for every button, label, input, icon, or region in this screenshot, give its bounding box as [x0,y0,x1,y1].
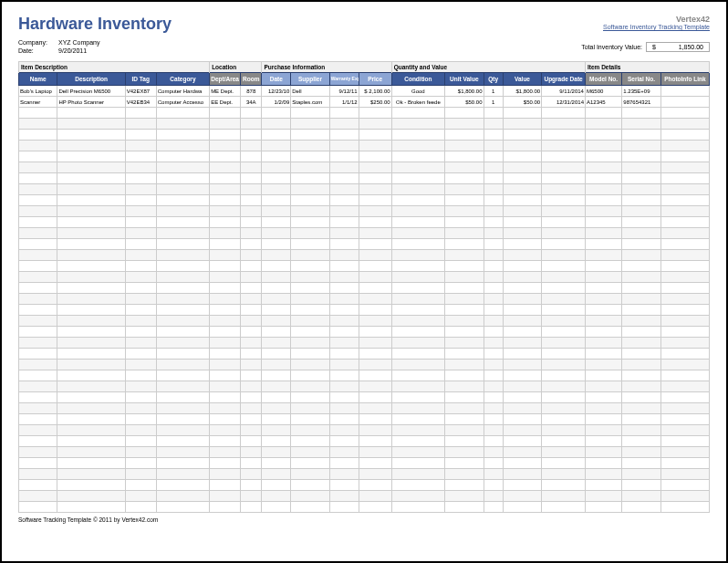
empty-cell[interactable] [241,392,262,403]
empty-cell[interactable] [57,338,125,349]
empty-cell[interactable] [391,130,444,141]
empty-cell[interactable] [156,294,209,305]
empty-cell[interactable] [585,239,621,250]
empty-cell[interactable] [503,502,541,513]
empty-cell[interactable] [391,370,444,381]
empty-cell[interactable] [210,130,241,141]
empty-cell[interactable] [329,108,359,119]
table-row[interactable] [19,447,710,458]
table-row[interactable] [19,217,710,228]
empty-cell[interactable] [262,491,291,502]
empty-cell[interactable] [542,491,586,502]
empty-cell[interactable] [210,458,241,469]
empty-cell[interactable] [291,403,329,414]
empty-cell[interactable] [19,436,57,447]
empty-cell[interactable] [484,447,503,458]
empty-cell[interactable] [241,250,262,261]
empty-cell[interactable] [262,316,291,327]
empty-cell[interactable] [359,130,391,141]
table-row[interactable] [19,250,710,261]
empty-cell[interactable] [262,469,291,480]
empty-cell[interactable] [125,206,156,217]
empty-cell[interactable] [660,425,709,436]
empty-cell[interactable] [57,403,125,414]
empty-cell[interactable] [503,360,541,370]
empty-cell[interactable] [542,195,586,206]
cell-warranty[interactable]: 9/12/11 [329,86,359,97]
empty-cell[interactable] [262,206,291,217]
empty-cell[interactable] [156,381,209,392]
empty-cell[interactable] [241,283,262,294]
empty-cell[interactable] [262,173,291,184]
empty-cell[interactable] [19,151,57,162]
empty-cell[interactable] [622,119,660,130]
empty-cell[interactable] [622,447,660,458]
empty-cell[interactable] [262,403,291,414]
empty-cell[interactable] [19,173,57,184]
empty-cell[interactable] [484,425,503,436]
empty-cell[interactable] [19,195,57,206]
empty-cell[interactable] [445,480,484,491]
empty-cell[interactable] [391,316,444,327]
empty-cell[interactable] [484,436,503,447]
empty-cell[interactable] [329,239,359,250]
empty-cell[interactable] [156,349,209,360]
empty-cell[interactable] [57,349,125,360]
empty-cell[interactable] [329,316,359,327]
empty-cell[interactable] [291,151,329,162]
empty-cell[interactable] [125,436,156,447]
empty-cell[interactable] [291,130,329,141]
empty-cell[interactable] [622,360,660,370]
empty-cell[interactable] [359,360,391,370]
empty-cell[interactable] [210,414,241,425]
empty-cell[interactable] [503,141,541,151]
col-id-tag[interactable]: ID Tag [125,73,156,86]
col-supplier[interactable]: Supplier [291,73,329,86]
empty-cell[interactable] [484,338,503,349]
empty-cell[interactable] [291,338,329,349]
empty-cell[interactable] [19,272,57,283]
empty-cell[interactable] [125,195,156,206]
table-row[interactable] [19,403,710,414]
empty-cell[interactable] [262,283,291,294]
empty-cell[interactable] [445,349,484,360]
empty-cell[interactable] [660,162,709,173]
empty-cell[interactable] [125,370,156,381]
empty-cell[interactable] [329,162,359,173]
empty-cell[interactable] [660,250,709,261]
empty-cell[interactable] [445,327,484,338]
empty-cell[interactable] [329,370,359,381]
empty-cell[interactable] [156,469,209,480]
table-row[interactable] [19,491,710,502]
empty-cell[interactable] [660,228,709,239]
empty-cell[interactable] [156,283,209,294]
empty-cell[interactable] [445,228,484,239]
empty-cell[interactable] [660,392,709,403]
empty-cell[interactable] [660,403,709,414]
empty-cell[interactable] [391,349,444,360]
empty-cell[interactable] [622,294,660,305]
empty-cell[interactable] [125,130,156,141]
empty-cell[interactable] [329,151,359,162]
empty-cell[interactable] [291,108,329,119]
empty-cell[interactable] [156,119,209,130]
empty-cell[interactable] [359,305,391,316]
empty-cell[interactable] [57,381,125,392]
empty-cell[interactable] [329,184,359,195]
empty-cell[interactable] [542,327,586,338]
empty-cell[interactable] [210,403,241,414]
empty-cell[interactable] [445,195,484,206]
empty-cell[interactable] [503,119,541,130]
empty-cell[interactable] [359,272,391,283]
table-row[interactable] [19,349,710,360]
table-row[interactable] [19,141,710,151]
empty-cell[interactable] [156,228,209,239]
empty-cell[interactable] [262,425,291,436]
table-row[interactable] [19,458,710,469]
empty-cell[interactable] [660,108,709,119]
empty-cell[interactable] [125,502,156,513]
empty-cell[interactable] [57,108,125,119]
empty-cell[interactable] [19,217,57,228]
empty-cell[interactable] [503,392,541,403]
empty-cell[interactable] [445,206,484,217]
